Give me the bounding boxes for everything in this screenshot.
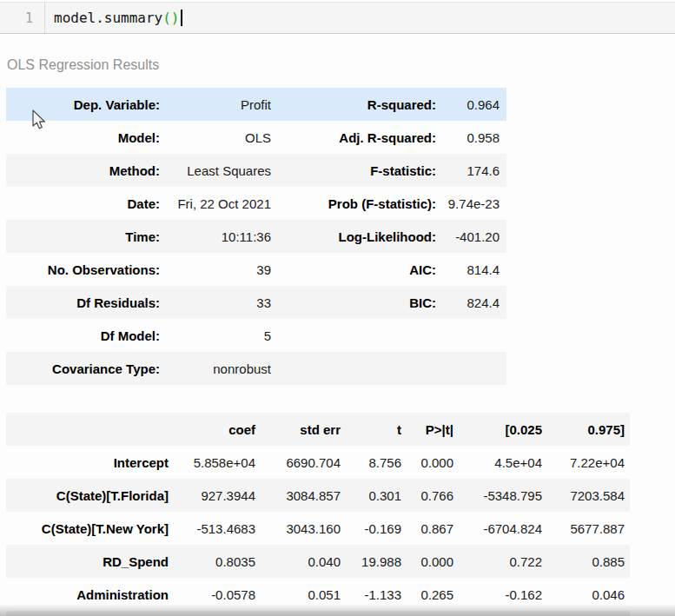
coef-value: 0.000 (407, 545, 459, 578)
coef-value: -6704.824 (459, 512, 547, 545)
summary-value: -401.20 (443, 220, 506, 253)
summary-row: Method:Least SquaresF-statistic:174.6 (6, 154, 506, 187)
coef-value: 6690.704 (261, 446, 346, 479)
coef-value: 0.265 (407, 578, 459, 611)
summary-label: Df Model: (6, 319, 167, 352)
summary-label: BIC: (278, 286, 443, 319)
coef-value: 4.5e+04 (459, 446, 547, 479)
coef-value: -513.4683 (172, 512, 261, 545)
coef-value: 927.3944 (172, 479, 261, 512)
summary-row: Time:10:11:36Log-Likelihood:-401.20 (6, 220, 506, 253)
coef-value: 3084.857 (261, 479, 346, 512)
coef-header-cell: [0.025 (459, 413, 547, 446)
line-number: 1 (25, 10, 33, 26)
summary-value (443, 319, 506, 352)
coef-value: 5677.887 (547, 512, 630, 545)
coef-header-cell: t (346, 413, 407, 446)
coef-value: -1.133 (346, 578, 407, 611)
summary-label: F-statistic: (278, 154, 443, 187)
summary-value: OLS (167, 121, 278, 154)
summary-value (443, 352, 506, 385)
coef-header-cell (6, 413, 172, 446)
summary-value: 9.74e-23 (443, 187, 506, 220)
summary-label: Model: (6, 121, 167, 154)
coef-row-label: Administration (6, 578, 172, 611)
coef-value: 19.988 (346, 545, 407, 578)
coef-row: Intercept5.858e+046690.7048.7560.0004.5e… (6, 446, 630, 479)
summary-value: 39 (167, 253, 278, 286)
summary-value: Profit (167, 88, 278, 121)
summary-value: 33 (167, 286, 278, 319)
summary-value: nonrobust (167, 352, 278, 385)
summary-row: Model:OLSAdj. R-squared:0.958 (6, 121, 506, 154)
coef-header-cell: 0.975] (547, 413, 630, 446)
summary-label: Log-Likelihood: (278, 220, 443, 253)
coef-value: -5348.795 (459, 479, 547, 512)
coef-row-label: C(State)[T.New York] (6, 512, 172, 545)
regression-summary-table: Dep. Variable:ProfitR-squared:0.964Model… (6, 88, 506, 385)
coef-header-cell: std err (261, 413, 346, 446)
summary-label: Covariance Type: (6, 352, 167, 385)
coef-value: 0.000 (407, 446, 459, 479)
coef-row-label: RD_Spend (6, 545, 172, 578)
summary-value: 824.4 (443, 286, 506, 319)
summary-label: AIC: (278, 253, 443, 286)
coef-value: 0.046 (547, 578, 630, 611)
coef-value: -0.0578 (172, 578, 261, 611)
coef-value: 0.867 (407, 512, 459, 545)
code-brackets: () (162, 10, 179, 26)
coef-row-label: C(State)[T.Florida] (6, 479, 172, 512)
summary-label: Adj. R-squared: (278, 121, 443, 154)
coef-value: 3043.160 (261, 512, 346, 545)
summary-value: 174.6 (443, 154, 506, 187)
coef-value: 0.040 (261, 545, 346, 578)
summary-value: Least Squares (167, 154, 278, 187)
coef-value: -0.169 (346, 512, 407, 545)
summary-label: Prob (F-statistic): (278, 187, 443, 220)
coef-value: 0.885 (547, 545, 630, 578)
summary-row: No. Observations:39AIC:814.4 (6, 253, 506, 286)
summary-label (278, 352, 443, 385)
summary-value: 0.958 (443, 121, 506, 154)
summary-value: 10:11:36 (167, 220, 278, 253)
coef-row: C(State)[T.Florida]927.39443084.8570.301… (6, 479, 630, 512)
coef-row: Administration-0.05780.051-1.1330.265-0.… (6, 578, 630, 611)
coef-value: 7203.584 (547, 479, 630, 512)
coefficients-table: coefstd errtP>|t|[0.0250.975] Intercept5… (6, 413, 630, 611)
coef-header-cell: coef (172, 413, 261, 446)
code-text: model.summary (54, 10, 162, 26)
coef-row: C(State)[T.New York]-513.46833043.160-0.… (6, 512, 630, 545)
coef-value: 8.756 (346, 446, 407, 479)
output-title: OLS Regression Results (7, 57, 675, 73)
summary-label: Dep. Variable: (6, 88, 167, 121)
summary-label: No. Observations: (6, 253, 167, 286)
code-cell[interactable]: 1 model.summary() (0, 2, 675, 34)
summary-label: Df Residuals: (6, 286, 167, 319)
coef-value: 0.766 (407, 479, 459, 512)
line-number-gutter: 1 (0, 3, 45, 33)
summary-label: R-squared: (278, 88, 443, 121)
text-caret (181, 10, 182, 26)
coef-value: 0.301 (346, 479, 407, 512)
summary-label: Method: (6, 154, 167, 187)
coef-value: -0.162 (459, 578, 547, 611)
summary-value: Fri, 22 Oct 2021 (167, 187, 278, 220)
summary-row: Date:Fri, 22 Oct 2021Prob (F-statistic):… (6, 187, 506, 220)
coef-value: 0.722 (459, 545, 547, 578)
coef-value: 0.8035 (172, 545, 261, 578)
summary-label: Date: (6, 187, 167, 220)
summary-row: Df Residuals:33BIC:824.4 (6, 286, 506, 319)
code-editor[interactable]: model.summary() (45, 10, 182, 26)
coef-row: RD_Spend0.80350.04019.9880.0000.7220.885 (6, 545, 630, 578)
coef-header-row: coefstd errtP>|t|[0.0250.975] (6, 413, 630, 446)
summary-row: Dep. Variable:ProfitR-squared:0.964 (6, 88, 506, 121)
summary-value: 814.4 (443, 253, 506, 286)
coef-value: 0.051 (261, 578, 346, 611)
summary-value: 0.964 (443, 88, 506, 121)
summary-label (278, 319, 443, 352)
summary-row: Df Model:5 (6, 319, 506, 352)
summary-value: 5 (167, 319, 278, 352)
coef-value: 5.858e+04 (172, 446, 261, 479)
summary-label: Time: (6, 220, 167, 253)
next-row-cutoff (6, 611, 630, 616)
